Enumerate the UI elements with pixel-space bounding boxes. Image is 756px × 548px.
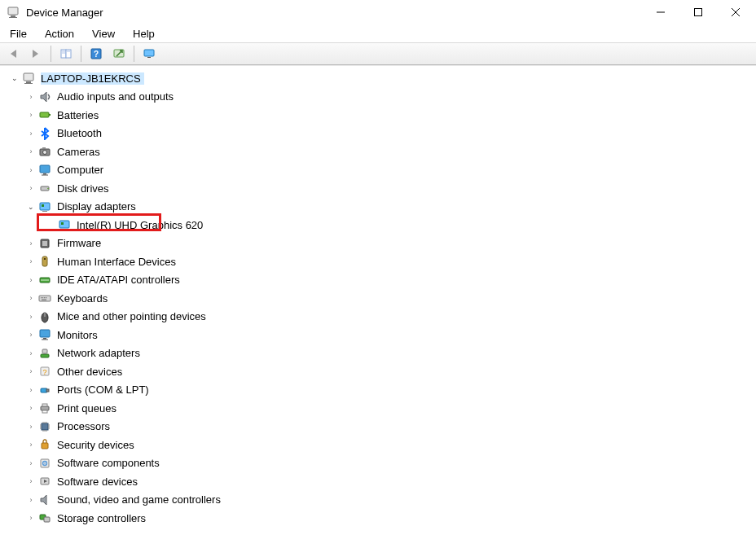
tree-item-label: Keyboards	[57, 292, 111, 305]
svg-rect-72	[695, 9, 702, 16]
category-security-devices[interactable]: ›Security devices	[7, 436, 756, 454]
battery-icon	[37, 107, 52, 122]
expand-arrow-icon[interactable]: ›	[24, 276, 37, 284]
window-title: Device Manager	[26, 7, 103, 19]
category-sound-video-and-game-controllers[interactable]: ›Sound, video and game controllers	[7, 491, 756, 510]
tree-item-label: Security devices	[57, 439, 138, 451]
tree-item-label: Software devices	[57, 476, 141, 488]
hid-icon	[37, 254, 52, 269]
category-software-components[interactable]: ›Software components	[7, 454, 756, 473]
monitor-button[interactable]	[139, 45, 159, 63]
expand-arrow-icon[interactable]: ›	[24, 166, 37, 174]
tree-item-label: Monitors	[57, 329, 101, 341]
category-monitors[interactable]: ›Monitors	[7, 326, 756, 344]
device-tree-pane: ⌄LAPTOP-JB1EKRCS›Audio inputs and output…	[0, 65, 756, 548]
category-ide-ata-atapi-controllers[interactable]: ›IDE ATA/ATAPI controllers	[7, 271, 756, 290]
expand-arrow-icon[interactable]: ›	[24, 496, 37, 504]
network-icon	[37, 346, 52, 361]
expand-arrow-icon[interactable]: ›	[24, 367, 37, 375]
category-ports-com-lpt[interactable]: ›Ports (COM & LPT)	[7, 381, 756, 400]
computer-node-icon	[21, 71, 36, 85]
category-audio-inputs-and-outputs[interactable]: ›Audio inputs and outputs	[7, 88, 756, 107]
tree-item-label: Network adapters	[57, 347, 143, 359]
expand-arrow-icon[interactable]: ›	[24, 129, 37, 138]
tree-item-label: Firmware	[57, 237, 104, 249]
security-icon	[37, 437, 52, 452]
expand-arrow-icon[interactable]: ›	[24, 239, 37, 248]
tree-item-label: Sound, video and game controllers	[57, 493, 224, 506]
audio-icon	[37, 90, 52, 104]
tree-item-label: Audio inputs and outputs	[57, 90, 177, 103]
expand-arrow-icon[interactable]: ⌄	[8, 74, 21, 82]
toolbar-separator	[81, 46, 81, 62]
category-firmware[interactable]: ›Firmware	[7, 235, 756, 253]
expand-arrow-icon[interactable]: ⌄	[24, 203, 37, 211]
category-other-devices[interactable]: ›Other devices	[7, 362, 756, 381]
menubar: File Action View Help	[0, 24, 756, 42]
device-item-intel-r-uhd-graphics-620[interactable]: ›Intel(R) UHD Graphics 620	[7, 216, 756, 235]
help-button[interactable]	[86, 45, 106, 63]
back-button[interactable]	[3, 45, 23, 63]
expand-arrow-icon[interactable]: ›	[24, 459, 37, 467]
storage-icon	[37, 511, 52, 525]
expand-arrow-icon[interactable]: ›	[24, 441, 37, 449]
category-batteries[interactable]: ›Batteries	[7, 106, 756, 125]
category-computer[interactable]: ›Computer	[7, 161, 756, 180]
show-hide-console-tree-button[interactable]	[56, 45, 76, 63]
forward-button[interactable]	[26, 45, 46, 63]
expand-arrow-icon[interactable]: ›	[24, 111, 37, 119]
tree-item-label: IDE ATA/ATAPI controllers	[57, 274, 183, 286]
close-button[interactable]	[717, 0, 754, 24]
toolbar-separator	[134, 46, 134, 62]
category-mice-and-other-pointing-devices[interactable]: ›Mice and other pointing devices	[7, 308, 756, 327]
maximize-button[interactable]	[679, 0, 717, 24]
expand-arrow-icon[interactable]: ›	[24, 404, 37, 412]
category-network-adapters[interactable]: ›Network adapters	[7, 344, 756, 363]
expand-arrow-icon[interactable]: ›	[24, 349, 37, 357]
tree-item-label: Software components	[57, 457, 163, 469]
expand-arrow-icon[interactable]: ›	[24, 93, 37, 101]
expand-arrow-icon[interactable]: ›	[24, 477, 37, 485]
expand-arrow-icon[interactable]: ›	[24, 184, 37, 192]
tree-item-label: LAPTOP-JB1EKRCS	[41, 72, 144, 85]
expand-arrow-icon[interactable]: ›	[24, 331, 37, 339]
tree-item-label: Cameras	[57, 146, 103, 158]
software-component-icon	[37, 456, 52, 471]
category-software-devices[interactable]: ›Software devices	[7, 472, 756, 491]
expand-arrow-icon[interactable]: ›	[24, 294, 37, 302]
toolbar-separator	[51, 46, 51, 62]
category-print-queues[interactable]: ›Print queues	[7, 399, 756, 418]
scan-hardware-button[interactable]	[109, 45, 129, 63]
display-adapter-icon	[37, 199, 52, 214]
menu-file[interactable]: File	[3, 27, 33, 41]
category-keyboards[interactable]: ›Keyboards	[7, 289, 756, 308]
expand-arrow-icon[interactable]: ›	[24, 313, 37, 321]
category-storage-controllers[interactable]: ›Storage controllers	[7, 509, 756, 528]
expand-arrow-icon[interactable]: ›	[24, 147, 37, 156]
mouse-icon	[37, 309, 52, 324]
tree-item-label: Storage controllers	[57, 512, 149, 524]
tree-item-label: Bluetooth	[57, 127, 105, 139]
ide-icon	[37, 273, 52, 287]
menu-action[interactable]: Action	[38, 27, 81, 41]
expand-arrow-icon[interactable]: ›	[24, 514, 37, 522]
category-cameras[interactable]: ›Cameras	[7, 142, 756, 161]
menu-view[interactable]: View	[86, 27, 121, 41]
menu-help[interactable]: Help	[126, 27, 161, 41]
category-disk-drives[interactable]: ›Disk drives	[7, 179, 756, 198]
other-device-icon	[37, 364, 52, 379]
category-human-interface-devices[interactable]: ›Human Interface Devices	[7, 252, 756, 271]
category-display-adapters[interactable]: ⌄Display adapters	[7, 198, 756, 217]
tree-item-label: Disk drives	[57, 182, 112, 195]
tree-item-label: Intel(R) UHD Graphics 620	[77, 219, 206, 231]
minimize-button[interactable]	[642, 0, 679, 24]
toolbar	[0, 42, 756, 65]
disk-icon	[37, 181, 52, 195]
category-laptop-jb1ekrcs[interactable]: ⌄LAPTOP-JB1EKRCS	[7, 69, 756, 88]
expand-arrow-icon[interactable]: ›	[24, 386, 37, 394]
expand-arrow-icon[interactable]: ›	[24, 423, 37, 431]
tree-item-label: Display adapters	[57, 200, 139, 213]
category-processors[interactable]: ›Processors	[7, 418, 756, 436]
expand-arrow-icon[interactable]: ›	[24, 257, 37, 265]
category-bluetooth[interactable]: ›Bluetooth	[7, 125, 756, 143]
